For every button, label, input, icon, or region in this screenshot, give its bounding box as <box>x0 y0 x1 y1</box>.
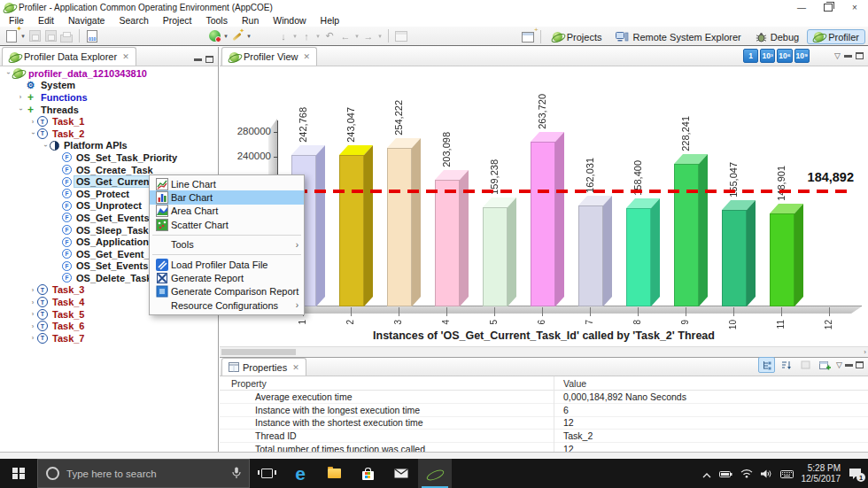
tree-item-profiler-data-1210343810[interactable]: ›profiler_data_1210343810 <box>0 67 218 80</box>
microphone-icon[interactable] <box>232 467 241 481</box>
context-menu-load-profiler-data-file[interactable]: Load Profiler Data File <box>150 258 304 271</box>
mail-button[interactable] <box>384 459 418 488</box>
scale-button-1[interactable]: 1 <box>743 49 758 63</box>
external-tools-dropdown-icon[interactable]: ▾ <box>245 33 252 40</box>
load-profiler-data-button[interactable] <box>100 28 116 44</box>
store-button[interactable] <box>351 459 384 488</box>
expand-arrow-icon[interactable]: › <box>42 141 50 150</box>
expand-arrow-icon[interactable]: › <box>28 118 37 126</box>
tab-profiler-data-explorer[interactable]: Profiler Data Explorer ✕ <box>2 47 136 66</box>
expand-arrow-icon[interactable]: › <box>28 322 37 330</box>
profiler-view-minimize-icon[interactable] <box>844 55 852 58</box>
open-perspective-button[interactable]: + <box>520 29 536 45</box>
start-button[interactable] <box>0 459 37 488</box>
view-menu-icon[interactable]: ▽ <box>834 51 841 60</box>
explorer-tab-close-icon[interactable]: ✕ <box>122 52 129 61</box>
tree-item-threads[interactable]: ›+Threads <box>0 104 218 116</box>
restore-defaults-icon[interactable] <box>797 357 814 373</box>
task-view-button[interactable] <box>250 459 283 488</box>
new-properties-view-icon[interactable] <box>817 357 833 373</box>
close-button[interactable]: × <box>841 0 868 14</box>
expand-arrow-icon[interactable]: › <box>28 298 37 306</box>
property-row-instance-with-the-longest-execution-time[interactable]: Instance with the longest execution time… <box>220 404 868 417</box>
context-menu-bar-chart[interactable]: Bar Chart <box>150 190 304 204</box>
expand-arrow-icon[interactable]: › <box>28 286 37 294</box>
expand-arrow-icon[interactable]: › <box>17 105 25 114</box>
properties-view-menu-icon[interactable]: ▽ <box>836 360 842 369</box>
scale-button-10[interactable]: 10⁶ <box>777 49 792 63</box>
menu-window[interactable]: Window <box>266 15 313 26</box>
import-button[interactable]: ↓ <box>275 28 291 44</box>
scrollbar-thumb[interactable] <box>221 349 296 355</box>
scale-button-10[interactable]: 10⁹ <box>794 49 810 63</box>
battery-icon[interactable] <box>719 466 732 482</box>
run-dropdown-icon[interactable]: ▾ <box>222 33 229 40</box>
menu-run[interactable]: Run <box>235 15 266 26</box>
restore-button[interactable] <box>815 0 841 14</box>
perspective-remote-system-explorer[interactable]: Remote System Explorer <box>609 30 747 44</box>
new-wizard-button[interactable]: ✦ <box>4 28 19 44</box>
profiler-view-maximize-icon[interactable] <box>856 52 864 59</box>
export-button[interactable]: ↑ <box>298 28 314 44</box>
print-button[interactable] <box>58 28 74 44</box>
context-menu-generate-report[interactable]: Generate Report <box>150 271 304 284</box>
generate-comparison-button[interactable] <box>132 28 148 44</box>
scale-button-10[interactable]: 10³ <box>760 49 775 63</box>
properties-maximize-icon[interactable] <box>856 361 864 368</box>
context-menu-resource-configurations[interactable]: Resource Configurations› <box>150 298 304 312</box>
perspective-profiler[interactable]: Profiler <box>807 29 865 44</box>
action-center-button[interactable]: 1 <box>849 468 862 479</box>
touch-keyboard-icon[interactable] <box>780 466 794 482</box>
expand-arrow-icon[interactable]: › <box>28 334 37 342</box>
minimize-button[interactable]: — <box>788 0 815 14</box>
property-row-instance-with-the-shortest-execution-time[interactable]: Instance with the shortest execution tim… <box>220 417 868 430</box>
edge-button[interactable]: e <box>283 459 317 488</box>
menu-search[interactable]: Search <box>112 15 155 26</box>
expand-arrow-icon[interactable]: › <box>4 69 12 78</box>
tree-item-platform-apis[interactable]: ›Platform APIs <box>0 140 218 152</box>
taskbar-clock[interactable]: 5:28 PM 12/5/2017 <box>802 463 841 484</box>
editor-button[interactable] <box>393 28 409 44</box>
generate-report-button[interactable] <box>116 28 132 44</box>
expand-arrow-icon[interactable]: › <box>16 93 25 101</box>
forward-button[interactable]: → <box>360 28 376 44</box>
profiler-view-tab-close-icon[interactable]: ✕ <box>304 52 311 61</box>
last-edit-button[interactable]: ↶ <box>322 28 337 44</box>
tree-item-task-2[interactable]: ›TTask_2 <box>0 128 218 140</box>
menu-navigate[interactable]: Navigate <box>61 15 112 26</box>
expand-arrow-icon[interactable]: › <box>28 310 37 318</box>
menu-help[interactable]: Help <box>314 15 347 26</box>
new-dropdown-icon[interactable]: ▾ <box>19 33 27 40</box>
sort-icon[interactable] <box>778 357 794 373</box>
explorer-minimize-icon[interactable] <box>194 58 202 61</box>
tab-properties[interactable]: Properties ✕ <box>221 358 306 376</box>
context-menu-scatter-chart[interactable]: Scatter Chart <box>150 218 304 231</box>
menu-edit[interactable]: Edit <box>31 15 61 26</box>
external-tools-button[interactable] <box>229 28 245 44</box>
profiler-app-button[interactable] <box>418 459 452 488</box>
run-button[interactable] <box>206 28 222 44</box>
properties-tab-close-icon[interactable]: ✕ <box>292 363 299 372</box>
chart-horizontal-scrollbar[interactable]: › <box>220 346 868 357</box>
speaker-icon[interactable] <box>761 466 772 482</box>
perspective-projects[interactable]: Projects <box>546 29 608 44</box>
save-button[interactable] <box>27 28 43 44</box>
property-row-thread-id[interactable]: Thread IDTask_2 <box>220 430 868 443</box>
scrollbar-right-arrow-icon[interactable]: › <box>864 347 866 357</box>
taskbar-search-box[interactable]: Type here to search <box>37 459 250 488</box>
tree-item-task-7[interactable]: ›TTask_7 <box>0 332 218 345</box>
back-button[interactable]: ← <box>337 28 353 44</box>
show-tree-toggle-icon[interactable] <box>758 357 775 373</box>
perspective-debug[interactable]: Debug <box>749 30 805 44</box>
menu-project[interactable]: Project <box>156 15 199 26</box>
tree-item-task-6[interactable]: ›TTask_6 <box>0 320 218 332</box>
context-menu-area-chart[interactable]: Area Chart <box>150 205 304 218</box>
binary-file-button[interactable]: 010 <box>84 28 100 44</box>
expand-arrow-icon[interactable]: › <box>29 129 37 138</box>
property-row-average-execution-time[interactable]: Average execution time0,000,184,892 Nano… <box>220 391 868 404</box>
properties-minimize-icon[interactable] <box>845 364 853 367</box>
tray-chevron-icon[interactable] <box>702 466 711 482</box>
explorer-maximize-icon[interactable] <box>205 56 213 63</box>
menu-tools[interactable]: Tools <box>198 15 235 26</box>
tree-item-system[interactable]: ⚙System <box>0 80 218 92</box>
